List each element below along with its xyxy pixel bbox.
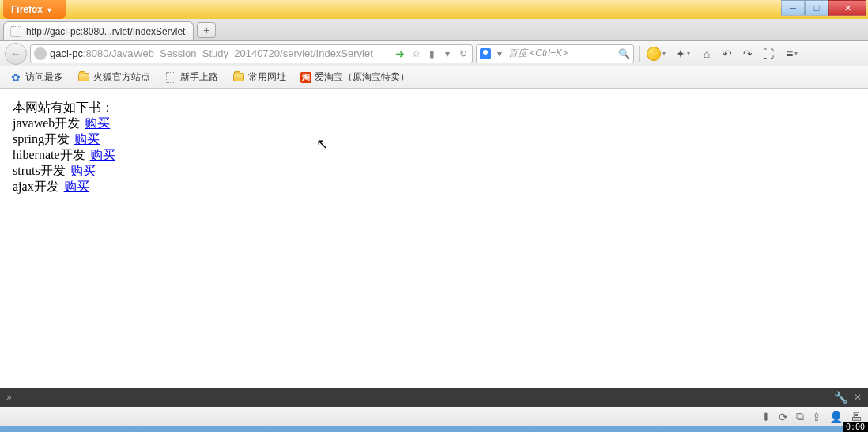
window-controls: ─ □ ✕ bbox=[781, 0, 866, 16]
new-tab-button[interactable]: + bbox=[197, 22, 216, 38]
back-button[interactable]: ← bbox=[5, 43, 27, 65]
bookmarks-menu-button[interactable]: ✦ ▾ bbox=[671, 45, 695, 63]
book-name: ajax开发 bbox=[13, 180, 59, 193]
screenshot-button[interactable]: ⛶ bbox=[760, 45, 777, 63]
undo-icon: ↶ bbox=[723, 47, 732, 60]
chevron-down-icon: ▾ bbox=[794, 50, 798, 57]
undo-button[interactable]: ↶ bbox=[719, 45, 736, 63]
bookmark-newbie[interactable]: 新手上路 bbox=[161, 69, 221, 85]
menu-list-button[interactable]: ≡ ▾ bbox=[780, 45, 804, 63]
folder-icon bbox=[77, 71, 90, 84]
firefox-menu-label: Firefox bbox=[11, 4, 43, 15]
url-path: /JavaWeb_Session_Study_20140720/servlet/… bbox=[108, 47, 372, 59]
smiley-icon bbox=[647, 47, 661, 61]
bookmark-common-sites[interactable]: 常用网址 bbox=[229, 69, 289, 85]
window-minimize-button[interactable]: ─ bbox=[781, 0, 805, 16]
layers-icon[interactable]: ⧉ bbox=[796, 410, 804, 423]
window-close-button[interactable]: ✕ bbox=[828, 0, 866, 16]
folder-icon bbox=[232, 71, 245, 84]
reader-icon[interactable]: ▮ bbox=[426, 48, 437, 59]
addon-bar: » 🔧 ✕ bbox=[0, 388, 868, 407]
home-button[interactable]: ⌂ bbox=[698, 45, 715, 63]
window-maximize-button[interactable]: □ bbox=[805, 0, 828, 16]
book-name: spring开发 bbox=[13, 132, 70, 146]
book-name: struts开发 bbox=[13, 164, 66, 177]
bookmark-filled-star-icon: ✦ bbox=[676, 47, 685, 60]
buy-link[interactable]: 购买 bbox=[64, 180, 89, 193]
page-heading: 本网站有如下书： bbox=[13, 100, 855, 116]
bookmark-itaobao[interactable]: 淘 爱淘宝（原淘宝特卖） bbox=[297, 69, 413, 85]
go-icon[interactable]: ➜ bbox=[394, 48, 406, 59]
search-bar[interactable]: ▾ 百度 <Ctrl+K> 🔍 bbox=[476, 44, 634, 63]
chevron-down-icon: ▾ bbox=[687, 50, 690, 57]
bookmark-label: 火狐官方站点 bbox=[93, 70, 150, 84]
window-titlebar: Firefox ─ □ ✕ bbox=[0, 0, 868, 19]
url-bar[interactable]: gacl-pc:8080/JavaWeb_Session_Study_20140… bbox=[30, 44, 473, 63]
addonbar-close-icon[interactable]: ✕ bbox=[854, 392, 862, 403]
status-bar: ⬇ ⟳ ⧉ ⇪ 👤 🖶 bbox=[0, 407, 868, 426]
list-icon: ≡ bbox=[787, 47, 793, 60]
buy-link[interactable]: 购买 bbox=[85, 116, 110, 130]
bookmark-most-visited[interactable]: ✿ 访问最多 bbox=[6, 69, 66, 85]
toolbar-separator bbox=[639, 46, 640, 62]
taobao-icon: 淘 bbox=[300, 72, 311, 83]
navigation-toolbar: ← gacl-pc:8080/JavaWeb_Session_Study_201… bbox=[0, 41, 868, 66]
book-row: hibernate开发 购买 bbox=[13, 147, 855, 163]
url-port: :8080 bbox=[83, 47, 109, 59]
tab-bar: http://gacl-pc:8080...rvlet/IndexServlet… bbox=[0, 19, 868, 41]
book-row: spring开发 购买 bbox=[13, 131, 855, 147]
page-content: 本网站有如下书： javaweb开发 购买 spring开发 购买 hibern… bbox=[0, 89, 868, 388]
tab-title: http://gacl-pc:8080...rvlet/IndexServlet bbox=[26, 26, 185, 37]
download-icon[interactable]: ⬇ bbox=[761, 411, 771, 423]
person-icon[interactable]: 👤 bbox=[829, 411, 843, 423]
tab-favicon bbox=[10, 26, 21, 37]
site-identity-icon[interactable] bbox=[34, 47, 47, 60]
star-icon: ✿ bbox=[9, 71, 22, 84]
share-icon[interactable]: ⇪ bbox=[812, 411, 821, 423]
buy-link[interactable]: 购买 bbox=[70, 164, 96, 177]
book-row: javaweb开发 购买 bbox=[13, 116, 855, 131]
bookmarks-toolbar: ✿ 访问最多 火狐官方站点 新手上路 常用网址 淘 爱淘宝（原淘宝特卖） bbox=[0, 66, 868, 89]
book-name: javaweb开发 bbox=[13, 116, 80, 130]
url-host: gacl-pc bbox=[50, 47, 83, 59]
baidu-engine-icon[interactable] bbox=[480, 48, 491, 59]
home-icon: ⌂ bbox=[704, 47, 710, 60]
bookmark-label: 新手上路 bbox=[180, 70, 218, 84]
bookmark-label: 爱淘宝（原淘宝特卖） bbox=[315, 70, 409, 84]
smiley-addon-button[interactable]: ▾ bbox=[644, 45, 668, 63]
bookmark-label: 常用网址 bbox=[248, 70, 286, 84]
book-row: ajax开发 购买 bbox=[13, 179, 855, 195]
buy-link[interactable]: 购买 bbox=[90, 148, 115, 161]
page-icon bbox=[164, 71, 177, 84]
book-name: hibernate开发 bbox=[13, 148, 85, 161]
browser-tab[interactable]: http://gacl-pc:8080...rvlet/IndexServlet bbox=[3, 21, 194, 40]
wrench-icon[interactable]: 🔧 bbox=[834, 391, 847, 404]
crop-icon: ⛶ bbox=[763, 47, 774, 60]
book-row: struts开发 购买 bbox=[13, 163, 855, 179]
url-dropdown-icon[interactable]: ▾ bbox=[442, 48, 453, 59]
bookmark-label: 访问最多 bbox=[25, 70, 63, 84]
buy-link[interactable]: 购买 bbox=[74, 132, 100, 146]
search-placeholder: 百度 <Ctrl+K> bbox=[508, 47, 615, 60]
bookmark-star-icon[interactable]: ☆ bbox=[410, 48, 421, 59]
firefox-app-menu[interactable]: Firefox bbox=[3, 0, 66, 19]
redo-icon: ↷ bbox=[743, 47, 753, 60]
chevron-down-icon: ▾ bbox=[662, 50, 666, 57]
addon-expand-icon[interactable]: » bbox=[6, 392, 12, 403]
bookmark-firefox-official[interactable]: 火狐官方站点 bbox=[74, 69, 153, 85]
sync-icon[interactable]: ⟳ bbox=[779, 411, 788, 423]
url-text: gacl-pc:8080/JavaWeb_Session_Study_20140… bbox=[50, 47, 391, 59]
search-engine-dropdown[interactable]: ▾ bbox=[494, 48, 505, 59]
redo-button[interactable]: ↷ bbox=[739, 45, 757, 63]
reload-icon[interactable]: ↻ bbox=[458, 48, 469, 59]
search-go-icon[interactable]: 🔍 bbox=[618, 48, 630, 59]
timer-badge: 0:00 bbox=[843, 422, 868, 432]
urlbar-actions: ➜ ☆ ▮ ▾ ↻ bbox=[394, 48, 469, 59]
